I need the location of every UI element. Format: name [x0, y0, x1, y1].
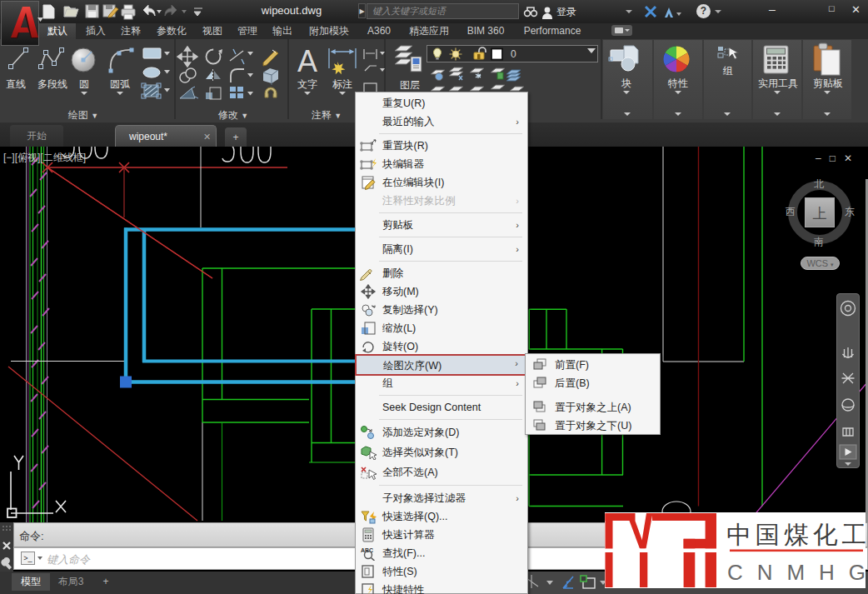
svg-text:A: A — [297, 44, 317, 78]
svg-text:中国煤化工: 中国煤化工 — [726, 521, 866, 548]
svg-text:上: 上 — [813, 206, 827, 222]
